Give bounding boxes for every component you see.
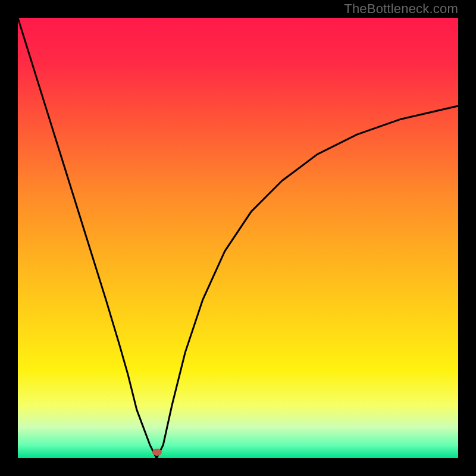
watermark-text: TheBottleneck.com [344, 1, 458, 17]
bottleneck-plot [0, 0, 476, 476]
plot-background [18, 18, 458, 458]
optimal-marker [152, 449, 162, 456]
chart-frame: TheBottleneck.com [0, 0, 476, 476]
